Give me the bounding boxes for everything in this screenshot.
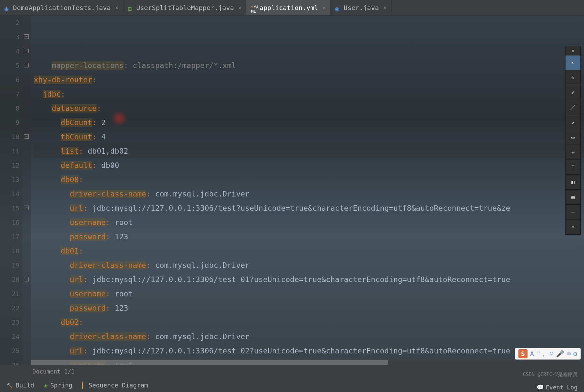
ime-comma-icon[interactable]: "， [537,350,547,358]
code-line-16[interactable]: driver-class-name: com.mysql.jdbc.Driver [34,258,584,272]
code-line-13[interactable]: username: root [34,215,584,230]
fold-toggle-icon[interactable]: − [24,134,29,139]
tool-label: Build [16,382,34,389]
balloon-icon: 💬 [537,384,544,391]
code-line-9[interactable]: default: db00 [34,158,584,172]
stamp-tool-icon[interactable]: ❉ [565,145,580,160]
code-line-18[interactable]: username: root [34,287,584,301]
horizontal-scrollbar[interactable] [31,360,581,365]
eraser-tool-icon[interactable]: ◧ [565,175,580,190]
code-line-10[interactable]: db00: [34,172,584,187]
annotation-toolbar: ✕ ↖✎✐／↗▭❉T◧▦—↔ [565,46,581,235]
ime-mode-badge[interactable]: S [518,349,528,358]
tab-usersplittablemapper-java[interactable]: UserSplitTableMapper.java× [123,0,247,15]
code-line-21[interactable]: driver-class-name: com.mysql.jdbc.Driver [34,329,584,344]
tab-close-icon[interactable]: × [383,5,387,11]
arrow-tool-icon[interactable]: ↗ [565,115,580,130]
document-counter: Document 1/1 [32,368,75,375]
fold-toggle-icon[interactable]: − [24,49,29,53]
tab-user-java[interactable]: User.java× [331,0,391,15]
tab-demoapplicationtests-java[interactable]: DemoApplicationTests.java× [0,0,123,15]
fold-toggle-icon[interactable]: − [24,63,29,67]
line-number: 8 [0,101,19,115]
pencil-tool-icon[interactable]: ✎ [565,70,580,85]
tab-close-icon[interactable]: × [115,5,118,11]
mapper-file-icon [128,5,134,11]
line-tool-icon[interactable]: ／ [565,100,580,115]
line-number: 5 [0,58,19,73]
line-number: 9 [0,115,19,130]
code-line-5[interactable]: datasource: [34,101,584,115]
line-number: 10 [0,130,19,144]
pointer-tool-icon[interactable]: ↖ [565,55,580,70]
close-icon[interactable]: ✕ [565,46,580,55]
fold-toggle-icon[interactable]: − [24,206,29,210]
rect-tool-icon[interactable]: ▭ [565,130,580,145]
tab-close-icon[interactable]: × [323,5,326,11]
code-line-17[interactable]: url: jdbc:mysql://127.0.0.1:3306/test_01… [34,272,584,287]
seq-icon [82,382,86,389]
line-number: 24 [0,329,19,344]
code-line-4[interactable]: jdbc: [34,87,584,101]
ime-emoji-icon[interactable]: ☺ [550,350,553,358]
line-number: 15 [0,201,19,215]
spring-tool[interactable]: Spring [44,382,72,389]
blur-tool-icon[interactable]: ▦ [565,190,580,205]
scrollbar-thumb[interactable] [31,360,388,365]
minus-tool-icon[interactable]: — [565,205,580,220]
code-line-7[interactable]: tbCount: 4 [34,130,584,144]
text-tool-icon[interactable]: T [565,160,580,175]
line-number: 13 [0,172,19,187]
fold-toggle-icon[interactable]: − [24,277,29,281]
tool-label: Sequence Diagram [89,382,148,389]
fold-toggle-icon[interactable]: − [24,34,29,39]
watermark: CSDN @CRIC-V是程序员 [523,372,578,378]
tab-label: User.java [344,4,379,12]
yaml-file-icon: YA ML [251,5,257,11]
build-icon [6,382,13,389]
line-number: 23 [0,315,19,329]
ime-settings-icon[interactable]: ⚙ [573,350,577,358]
event-log-button[interactable]: 💬 Event Log [537,384,578,391]
line-number-gutter: 2345678910111213141516171819202122232425… [0,16,22,365]
code-line-3[interactable]: xhy-db-router: [34,73,584,87]
code-line-8[interactable]: list: db01,db02 [34,144,584,158]
status-bar: Document 1/1 [0,365,584,378]
line-number: 14 [0,187,19,201]
ime-toolbar[interactable]: S A "， ☺ 🎤 ⌨ ⚙ [515,348,581,360]
spring-icon [44,382,47,389]
tab-close-icon[interactable]: × [239,5,242,11]
code-line-19[interactable]: password: 123 [34,301,584,315]
ime-mic-icon[interactable]: 🎤 [556,350,564,358]
code-line-20[interactable]: db02: [34,315,584,329]
line-number: 16 [0,215,19,230]
tab-application-yml[interactable]: YA MLapplication.yml× [246,0,330,15]
java-file-icon [335,5,341,11]
code-line-6[interactable]: dbCount: 2 [34,115,584,130]
arrows-tool-icon[interactable]: ↔ [565,220,580,234]
tab-label: DemoApplicationTests.java [13,4,111,12]
line-number: 22 [0,301,19,315]
sequence-diagram-tool[interactable]: Sequence Diagram [82,382,148,389]
build-tool[interactable]: Build [6,382,34,389]
tab-label: UserSplitTableMapper.java [136,4,234,12]
line-number: 19 [0,258,19,272]
line-number: 7 [0,87,19,101]
line-number: 6 [0,73,19,87]
highlighter-tool-icon[interactable]: ✐ [565,85,580,100]
line-number: 11 [0,144,19,158]
bottom-tool-bar: BuildSpringSequence Diagram [0,378,584,392]
ime-keyboard-icon[interactable]: ⌨ [567,350,571,358]
code-line-15[interactable]: db01: [34,244,584,258]
code-line-12[interactable]: url: jdbc:mysql://127.0.0.1:3306/test?us… [34,201,584,215]
editor-tabs: DemoApplicationTests.java×UserSplitTable… [0,0,584,16]
code-line-22[interactable]: url: jdbc:mysql://127.0.0.1:3306/test_02… [34,344,584,358]
tab-label: application.yml [259,4,318,12]
code-line-11[interactable]: driver-class-name: com.mysql.jdbc.Driver [34,187,584,201]
code-editor[interactable]: mapper-locations: classpath:/mapper/*.xm… [31,16,584,365]
tool-label: Spring [50,382,73,389]
ime-lang[interactable]: A [530,350,534,358]
line-number: 25 [0,344,19,358]
code-line-2[interactable]: mapper-locations: classpath:/mapper/*.xm… [34,58,584,73]
code-line-14[interactable]: password: 123 [34,230,584,244]
